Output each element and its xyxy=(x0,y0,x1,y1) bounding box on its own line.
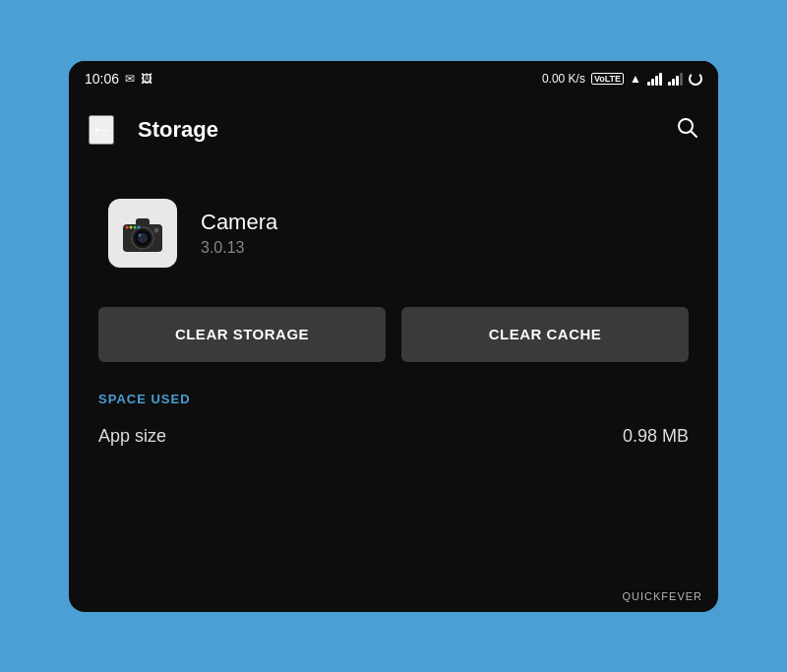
app-details: Camera 3.0.13 xyxy=(201,210,277,257)
signal-bars xyxy=(647,72,662,86)
top-bar-left: ← Storage xyxy=(89,115,218,145)
top-bar: ← Storage xyxy=(69,100,718,159)
svg-point-12 xyxy=(154,227,159,232)
search-button[interactable] xyxy=(675,115,698,145)
svg-point-8 xyxy=(126,225,129,228)
gmail-icon: ✉ xyxy=(125,72,135,86)
wifi-icon: ▲ xyxy=(630,72,641,86)
status-bar: 10:06 ✉ 🖼 0.00 K/s VoLTE ▲ xyxy=(69,61,718,96)
svg-point-9 xyxy=(130,225,133,228)
space-used-section: SPACE USED App size 0.98 MB xyxy=(69,382,718,455)
mbar-3 xyxy=(676,76,679,86)
app-version: 3.0.13 xyxy=(201,239,277,257)
back-button[interactable]: ← xyxy=(89,115,114,145)
rotate-icon xyxy=(689,72,702,86)
bar-2 xyxy=(651,79,654,86)
svg-rect-7 xyxy=(136,218,150,226)
buttons-row: CLEAR STORAGE CLEAR CACHE xyxy=(69,297,718,382)
app-name: Camera xyxy=(201,210,277,235)
svg-point-6 xyxy=(139,233,142,236)
app-icon-wrapper xyxy=(108,199,177,268)
svg-line-1 xyxy=(692,131,697,137)
app-size-label: App size xyxy=(98,426,166,447)
mbar-2 xyxy=(672,79,675,86)
status-time: 10:06 xyxy=(85,71,119,87)
network-speed: 0.00 K/s xyxy=(542,72,585,86)
status-bar-left: 10:06 ✉ 🖼 xyxy=(85,71,152,87)
search-icon xyxy=(675,115,698,139)
status-bar-right: 0.00 K/s VoLTE ▲ xyxy=(542,72,702,86)
camera-icon xyxy=(118,209,167,258)
mbar-4 xyxy=(680,73,683,86)
clear-cache-button[interactable]: CLEAR CACHE xyxy=(401,307,689,362)
clear-storage-button[interactable]: CLEAR STORAGE xyxy=(98,307,386,362)
mbar-1 xyxy=(668,82,671,86)
space-used-label: SPACE USED xyxy=(98,392,689,406)
phone-card: 10:06 ✉ 🖼 0.00 K/s VoLTE ▲ xyxy=(69,61,718,612)
app-size-value: 0.98 MB xyxy=(623,426,689,447)
bar-4 xyxy=(659,73,662,86)
svg-point-10 xyxy=(134,225,137,228)
mobile-data-bars xyxy=(668,72,683,86)
bar-1 xyxy=(647,82,650,86)
photo-icon: 🖼 xyxy=(141,72,152,86)
volte-badge: VoLTE xyxy=(591,73,624,85)
page-title: Storage xyxy=(138,117,218,143)
bar-3 xyxy=(655,76,658,86)
watermark: QUICKFEVER xyxy=(622,590,702,602)
app-size-row: App size 0.98 MB xyxy=(98,418,689,455)
app-info: Camera 3.0.13 xyxy=(69,159,718,297)
svg-point-11 xyxy=(138,225,141,228)
